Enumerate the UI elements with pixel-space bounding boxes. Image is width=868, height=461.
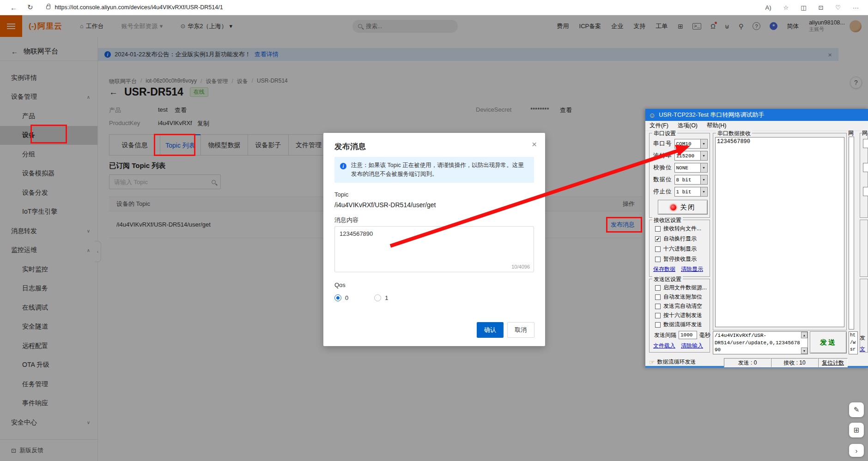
- screen: ← ↻ https://iot.console.aliyun.com/devic…: [0, 0, 868, 461]
- char-counter: 10/4096: [511, 264, 530, 269]
- dropdown-icon[interactable]: ▼: [700, 139, 707, 148]
- sent-counter: 发送 : 0: [724, 358, 771, 367]
- qos-label: Qos: [334, 281, 346, 288]
- checkbox-file-data-source[interactable]: 启用文件数据源...: [655, 284, 707, 292]
- cancel-button[interactable]: 取消: [507, 322, 534, 338]
- address-bar[interactable]: https://iot.console.aliyun.com/devices/i…: [46, 4, 223, 11]
- confirm-button[interactable]: 确认: [477, 322, 504, 338]
- serial-port-row: 串口号 COM10▼: [653, 139, 708, 149]
- collections-icon[interactable]: ⊡: [818, 4, 823, 11]
- dropdown-icon[interactable]: ▼: [700, 175, 707, 184]
- message-content-textarea[interactable]: 1234567890: [335, 227, 534, 272]
- checkbox-icon: [655, 246, 661, 252]
- cutoff-group-fragment: [860, 220, 868, 277]
- qos-0-radio[interactable]: 0: [334, 294, 348, 301]
- group-label: 串口数据接收: [716, 130, 752, 138]
- checkbox-icon: [655, 226, 661, 232]
- checkbox-icon: [655, 257, 661, 262]
- group-label: 接收区设置: [652, 216, 683, 224]
- send-interval-row: 发送间隔 毫秒: [654, 331, 710, 339]
- checkbox-icon: [655, 304, 661, 309]
- scroll-strip[interactable]: [849, 137, 854, 329]
- browser-menu-icon[interactable]: ···: [853, 4, 859, 11]
- serial-close-button[interactable]: 关闭: [658, 200, 708, 215]
- cutoff-link-fragment[interactable]: 文: [860, 345, 865, 353]
- receive-data-area[interactable]: 1234567890: [715, 137, 844, 327]
- qos-1-radio[interactable]: 1: [374, 294, 388, 301]
- send-button[interactable]: 发送: [810, 331, 847, 353]
- dropdown-icon[interactable]: ▼: [700, 187, 707, 196]
- scroll-down-icon[interactable]: ▼: [801, 347, 807, 354]
- browser-essentials-icon[interactable]: ♡: [835, 4, 841, 11]
- checkbox-icon: [655, 322, 661, 328]
- cutoff-send-box-fragment: ht /w sr: [849, 331, 858, 354]
- baud-rate-row: 波特率 115200▼: [653, 151, 708, 161]
- radio-icon: [334, 294, 341, 301]
- url-text[interactable]: https://iot.console.aliyun.com/devices/i…: [55, 4, 223, 11]
- send-settings-group: 发送区设置 启用文件数据源... 自动发送附加位 发送完自动清空 按十六进制发送…: [649, 279, 710, 353]
- window-title: USR-TCP232-Test 串口转网络调试助手: [659, 111, 764, 119]
- checkbox-auto-send-append[interactable]: 自动发送附加位: [655, 293, 702, 301]
- favorite-star-icon[interactable]: ☆: [783, 4, 789, 11]
- window-titlebar[interactable]: ☺ USR-TCP232-Test 串口转网络调试助手: [645, 109, 868, 121]
- dropdown-icon[interactable]: ▼: [700, 151, 707, 160]
- checkbox-auto-newline[interactable]: ✓自动换行显示: [655, 235, 697, 243]
- send-interval-input[interactable]: [679, 331, 697, 339]
- menu-options[interactable]: 选项(O): [678, 122, 698, 130]
- close-icon[interactable]: ×: [532, 139, 537, 150]
- publish-message-dialog: 发布消息 × i 注意：如果该 Topic 正在被使用，请谨慎操作，以防出现异常…: [323, 133, 545, 346]
- menu-bar: 文件(F) 选项(O) 帮助(H): [645, 121, 868, 131]
- browser-toolbar: ← ↻ https://iot.console.aliyun.com/devic…: [0, 0, 868, 15]
- statusbar-stream: ☞ 数据流循环发送: [649, 358, 696, 366]
- dialog-title: 发布消息: [334, 141, 366, 152]
- browser-back-icon[interactable]: ←: [10, 4, 17, 12]
- edge-panel-icon[interactable]: ⊞: [849, 423, 864, 437]
- clear-input-link[interactable]: 清除输入: [681, 342, 703, 350]
- stop-bits-row: 停止位 1 bit▼: [653, 187, 708, 197]
- menu-help[interactable]: 帮助(H): [707, 122, 726, 130]
- checkbox-send-as-hex[interactable]: 按十六进制发送: [655, 311, 702, 319]
- received-counter: 接收 : 10: [771, 358, 818, 367]
- menu-file[interactable]: 文件(F): [649, 122, 668, 130]
- browser-reload-icon[interactable]: ↻: [27, 3, 33, 12]
- read-aloud-icon[interactable]: A): [765, 4, 771, 11]
- reset-counter-button[interactable]: 复位计数: [818, 358, 848, 367]
- stop-bits-select[interactable]: 1 bit▼: [674, 187, 708, 197]
- scroll-up-icon[interactable]: ▲: [801, 332, 807, 338]
- alert-text: 注意：如果该 Topic 正在被使用，请谨慎操作，以防出现异常。这里发布的消息不…: [351, 162, 524, 177]
- checkbox-hex-display[interactable]: 十六进制显示: [655, 245, 697, 253]
- data-bits-select[interactable]: 8 bit▼: [674, 175, 708, 185]
- led-indicator-icon: [670, 204, 676, 210]
- dropdown-icon[interactable]: ▼: [700, 163, 707, 172]
- checkbox-icon: [655, 285, 661, 291]
- checkbox-icon: [655, 313, 661, 318]
- message-content-label: 消息内容: [334, 216, 358, 224]
- parity-select[interactable]: NONE▼: [674, 163, 708, 173]
- send-data-box[interactable]: /i4u4VIKvRXf/USR- DR514/user/update,0,12…: [713, 331, 808, 354]
- load-file-link[interactable]: 文件载入: [653, 342, 675, 350]
- serial-settings-group: 串口设置 串口号 COM10▼ 波特率 115200▼ 校验位 NONE▼ 数据…: [649, 133, 710, 218]
- hand-pointer-icon: ☞: [649, 359, 655, 366]
- usr-tcp232-window: ☺ USR-TCP232-Test 串口转网络调试助手 文件(F) 选项(O) …: [645, 109, 868, 368]
- serial-port-select[interactable]: COM10▼: [674, 139, 708, 149]
- lock-icon: [46, 6, 50, 9]
- app-smiley-icon: ☺: [649, 111, 656, 119]
- checkbox-loop-send[interactable]: 数据流循环发送: [655, 321, 702, 329]
- checkbox-recv-to-file[interactable]: 接收转向文件...: [655, 225, 701, 233]
- checkbox-clear-after-send[interactable]: 发送完自动清空: [655, 302, 702, 310]
- group-label: 发送区设置: [652, 275, 683, 283]
- checkbox-icon: ✓: [655, 236, 661, 242]
- edge-expand-icon[interactable]: ›: [849, 444, 864, 457]
- cutoff-text-fragment: 发: [860, 334, 865, 342]
- alert-box: i 注意：如果该 Topic 正在被使用，请谨慎操作，以防出现异常。这里发布的消…: [334, 157, 534, 183]
- net-group-label-fragment: 网: [848, 129, 854, 137]
- send-data-text: /i4u4VIKvRXf/USR- DR514/user/update,0,12…: [715, 332, 800, 353]
- edge-compose-icon[interactable]: ✎: [849, 402, 864, 417]
- split-screen-icon[interactable]: ◫: [801, 4, 806, 11]
- clear-display-link[interactable]: 清除显示: [681, 265, 703, 273]
- save-data-link[interactable]: 保存数据: [653, 265, 675, 273]
- group-label: 串口设置: [652, 130, 677, 138]
- serial-data-receive-group: 串口数据接收 1234567890: [713, 133, 847, 330]
- checkbox-pause-recv[interactable]: 暂停接收显示: [655, 255, 697, 263]
- baud-rate-select[interactable]: 115200▼: [674, 151, 708, 161]
